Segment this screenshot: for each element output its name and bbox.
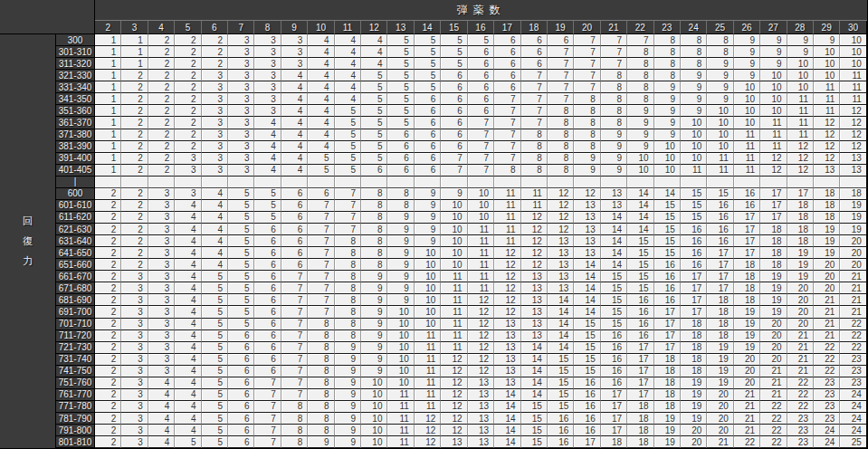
data-cell: 3 (121, 389, 148, 401)
data-cell (548, 177, 574, 188)
col-header: 30 (840, 21, 866, 34)
data-cell: 14 (601, 247, 627, 259)
data-cell: 10 (734, 81, 760, 93)
data-cell: 22 (760, 425, 787, 436)
data-cell: 17 (681, 271, 707, 282)
data-cell: 10 (681, 153, 707, 165)
data-cell: 10 (707, 129, 733, 141)
data-cell: 1 (95, 117, 121, 129)
data-cell: 4 (281, 70, 308, 81)
data-cell: 3 (202, 153, 228, 165)
data-cell: 4 (308, 70, 334, 81)
data-cell: 7 (521, 105, 548, 117)
data-cell: 8 (335, 330, 361, 342)
data-cell: 7 (468, 117, 494, 129)
data-cell: 12 (814, 141, 840, 153)
data-cell: 20 (814, 282, 840, 294)
data-cell: 4 (175, 401, 201, 413)
data-cell: 2 (175, 58, 201, 70)
data-cell: 22 (814, 342, 840, 354)
data-cell: 2 (148, 117, 175, 129)
data-cell: 15 (601, 306, 627, 318)
table-row: 301-3101122233344455566677788889991010 (56, 46, 867, 58)
data-cell: 4 (148, 413, 175, 425)
data-cell: 15 (654, 247, 681, 259)
data-cell: 8 (574, 117, 600, 129)
data-cell: 6 (441, 129, 467, 141)
col-header: 6 (202, 21, 228, 34)
data-cell: 19 (814, 247, 840, 259)
data-cell: 11 (441, 294, 467, 306)
data-cell: 12 (521, 235, 548, 247)
row-label: 391-400 (56, 153, 95, 165)
data-cell: 6 (468, 58, 494, 70)
data-cell: 8 (361, 224, 387, 235)
data-cell: 10 (654, 153, 681, 165)
data-cell: 11 (441, 271, 467, 282)
data-cell: 4 (148, 389, 175, 401)
data-cell: 9 (681, 70, 707, 81)
data-cell: 10 (468, 188, 494, 200)
data-cell: 1 (95, 129, 121, 141)
data-cell: 21 (814, 306, 840, 318)
data-cell: 8 (335, 306, 361, 318)
data-cell: 8 (548, 105, 574, 117)
data-cell: 5 (387, 81, 414, 93)
data-cell: 4 (175, 306, 201, 318)
data-cell: 8 (387, 200, 414, 212)
data-cell: 2 (95, 306, 121, 318)
data-cell: 5 (202, 282, 228, 294)
data-cell: 11 (415, 330, 441, 342)
data-cell: 10 (415, 306, 441, 318)
table-row: 621-630223445667789910111112121314141516… (56, 224, 867, 235)
data-cell: 20 (707, 401, 733, 413)
col-header: 29 (814, 21, 840, 34)
data-cell: 9 (387, 235, 414, 247)
data-cell (814, 177, 840, 188)
data-cell: 15 (548, 377, 574, 389)
data-cell: 8 (574, 141, 600, 153)
data-cell: 13 (521, 282, 548, 294)
data-cell: 5 (228, 294, 254, 306)
data-cell: 11 (760, 117, 787, 129)
data-cell: 9 (654, 81, 681, 93)
data-cell: 23 (787, 425, 814, 436)
data-cell: 19 (787, 247, 814, 259)
data-cell: 10 (387, 319, 414, 330)
data-cell: 4 (202, 200, 228, 212)
data-cell: 11 (840, 93, 866, 105)
data-cell: 13 (548, 259, 574, 271)
data-cell: 1 (95, 141, 121, 153)
data-cell: 20 (734, 354, 760, 366)
table-row: 741-750233456678991011121213141515161718… (56, 366, 867, 377)
table-row: 701-710233455678891010111213131415151617… (56, 319, 867, 330)
data-cell: 6 (228, 401, 254, 413)
data-cell: 2 (148, 153, 175, 165)
data-cell: 14 (494, 436, 520, 448)
data-cell: 18 (814, 200, 840, 212)
data-cell: 16 (681, 224, 707, 235)
data-cell: 3 (228, 105, 254, 117)
data-cell: 16 (707, 235, 733, 247)
data-cell: 4 (175, 271, 201, 282)
data-cell: 8 (308, 401, 334, 413)
data-cell: 3 (228, 81, 254, 93)
data-cell: 8 (361, 200, 387, 212)
data-cell: 4 (175, 330, 201, 342)
data-cell: 9 (707, 58, 733, 70)
data-cell: 4 (254, 117, 281, 129)
data-cell: 2 (121, 235, 148, 247)
data-cell: 5 (228, 247, 254, 259)
data-cell: 15 (548, 401, 574, 413)
data-cell: 3 (148, 212, 175, 224)
data-cell: 9 (681, 105, 707, 117)
data-cell: 21 (734, 425, 760, 436)
data-cell: 11 (734, 165, 760, 177)
data-cell: 18 (734, 282, 760, 294)
data-cell: 17 (707, 271, 733, 282)
data-cell: 23 (814, 389, 840, 401)
col-header: 3 (121, 21, 148, 34)
data-cell: 14 (494, 401, 520, 413)
data-cell: 3 (121, 294, 148, 306)
data-cell: 20 (707, 389, 733, 401)
